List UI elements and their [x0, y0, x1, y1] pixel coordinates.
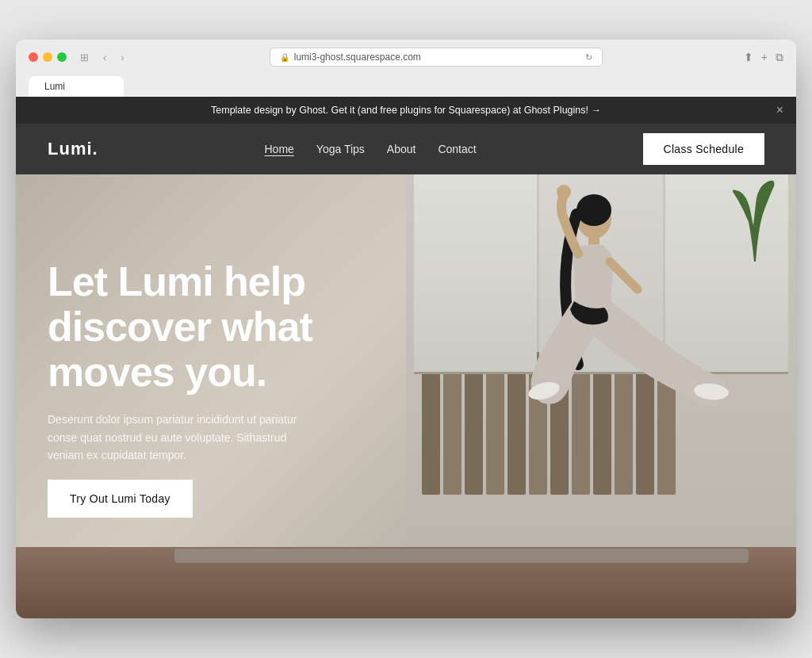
nav-controls: ⊞ ‹ › [76, 50, 128, 65]
url-text: lumi3-ghost.squarespace.com [294, 52, 421, 63]
hero-section: Let Lumi help discover what moves you. D… [16, 174, 796, 618]
browser-chrome: ⊞ ‹ › 🔒 lumi3-ghost.squarespace.com ↻ ⬆ … [16, 40, 796, 97]
reload-icon[interactable]: ↻ [585, 52, 592, 63]
share-icon[interactable]: ⬆ [744, 51, 753, 63]
site-logo[interactable]: Lumi. [48, 139, 98, 159]
active-tab[interactable]: Lumi [29, 76, 124, 97]
yoga-figure [400, 174, 733, 555]
minimize-button[interactable] [43, 52, 52, 62]
website-content: Template design by Ghost. Get it (and fr… [16, 97, 796, 618]
hero-cta-button[interactable]: Try Out Lumi Today [48, 480, 193, 518]
new-tab-icon[interactable]: + [761, 51, 768, 63]
maximize-button[interactable] [57, 52, 67, 62]
nav-link-contact[interactable]: Contact [438, 143, 476, 155]
nav-links: Home Yoga Tips About Contact [265, 143, 477, 155]
browser-window: ⊞ ‹ › 🔒 lumi3-ghost.squarespace.com ↻ ⬆ … [16, 40, 796, 618]
chrome-actions: ⬆ + ⧉ [744, 51, 783, 64]
navbar: Lumi. Home Yoga Tips About Contact Class… [16, 124, 796, 174]
address-bar[interactable]: 🔒 lumi3-ghost.squarespace.com ↻ [270, 48, 603, 67]
svg-point-5 [557, 185, 571, 199]
announcement-banner: Template design by Ghost. Get it (and fr… [16, 97, 796, 124]
nav-link-yoga-tips[interactable]: Yoga Tips [316, 143, 365, 155]
traffic-lights [29, 52, 67, 62]
tab-title: Lumi [44, 81, 65, 92]
svg-point-1 [576, 194, 611, 226]
tabs-icon[interactable]: ⧉ [776, 51, 783, 64]
forward-button[interactable]: › [117, 50, 128, 65]
banner-text: Template design by Ghost. Get it (and fr… [211, 105, 601, 116]
sidebar-icon[interactable]: ⊞ [76, 50, 93, 65]
close-button[interactable] [29, 52, 38, 62]
hero-subtext: Deserunt dolor ipsum pariatur incididunt… [48, 411, 301, 464]
nav-link-home[interactable]: Home [265, 143, 294, 155]
plant-decoration [726, 174, 782, 265]
hero-content: Let Lumi help discover what moves you. D… [48, 222, 381, 555]
nav-link-about[interactable]: About [387, 143, 416, 155]
hero-headline: Let Lumi help discover what moves you. [48, 259, 381, 396]
lock-icon: 🔒 [280, 53, 289, 62]
banner-close-button[interactable]: × [776, 104, 783, 117]
class-schedule-button[interactable]: Class Schedule [643, 133, 764, 165]
back-button[interactable]: ‹ [99, 50, 110, 65]
chrome-tabs: Lumi [29, 73, 783, 97]
